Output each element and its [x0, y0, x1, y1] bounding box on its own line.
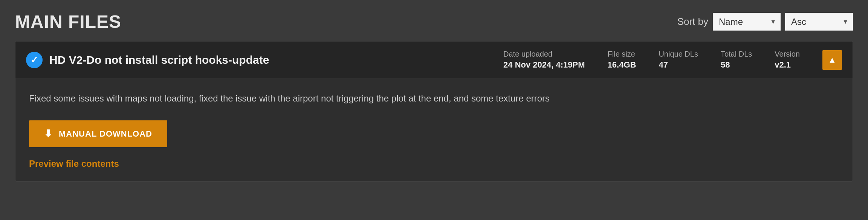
unique-dls-value: 47 [659, 60, 698, 70]
file-size-meta: File size 16.4GB [608, 50, 636, 70]
file-size-value: 16.4GB [608, 60, 636, 70]
version-meta: Version v2.1 [775, 50, 800, 70]
manual-download-button[interactable]: ⬇ MANUAL DOWNLOAD [29, 120, 167, 147]
file-name: HD V2-Do not install script hooks-update [49, 54, 269, 66]
date-value: 24 Nov 2024, 4:19PM [503, 60, 585, 70]
version-value: v2.1 [775, 60, 800, 70]
file-meta: Date uploaded 24 Nov 2024, 4:19PM File s… [503, 50, 842, 70]
sort-field-select[interactable]: Name Date Size Version [713, 13, 781, 31]
unique-dls-meta: Unique DLs 47 [659, 50, 698, 70]
page-title: MAIN FILES [15, 11, 121, 32]
file-name-section: HD V2-Do not install script hooks-update [26, 52, 269, 68]
total-dls-value: 58 [721, 60, 752, 70]
file-card: HD V2-Do not install script hooks-update… [15, 41, 853, 182]
expand-button[interactable]: ▲ [822, 50, 842, 70]
unique-dls-label: Unique DLs [659, 50, 698, 58]
total-dls-label: Total DLs [721, 50, 752, 58]
preview-file-contents-link[interactable]: Preview file contents [29, 158, 839, 169]
total-dls-meta: Total DLs 58 [721, 50, 752, 70]
date-uploaded-meta: Date uploaded 24 Nov 2024, 4:19PM [503, 50, 585, 70]
download-icon: ⬇ [44, 128, 53, 140]
sort-order-wrapper[interactable]: Asc Desc [785, 13, 853, 31]
file-body: Fixed some issues with maps not loading,… [15, 78, 853, 181]
sort-label: Sort by [677, 16, 708, 28]
header-row: MAIN FILES Sort by Name Date Size Versio… [15, 11, 853, 32]
date-label: Date uploaded [503, 50, 585, 58]
chevron-up-icon: ▲ [828, 56, 836, 64]
file-description: Fixed some issues with maps not loading,… [29, 92, 839, 105]
download-button-label: MANUAL DOWNLOAD [59, 129, 152, 139]
page-container: MAIN FILES Sort by Name Date Size Versio… [0, 0, 868, 193]
sort-field-wrapper[interactable]: Name Date Size Version [713, 13, 781, 31]
verified-icon [26, 52, 43, 68]
sort-controls: Sort by Name Date Size Version Asc Desc [677, 13, 853, 31]
version-label: Version [775, 50, 800, 58]
sort-order-select[interactable]: Asc Desc [785, 13, 853, 31]
file-size-label: File size [608, 50, 636, 58]
file-header: HD V2-Do not install script hooks-update… [15, 42, 853, 78]
